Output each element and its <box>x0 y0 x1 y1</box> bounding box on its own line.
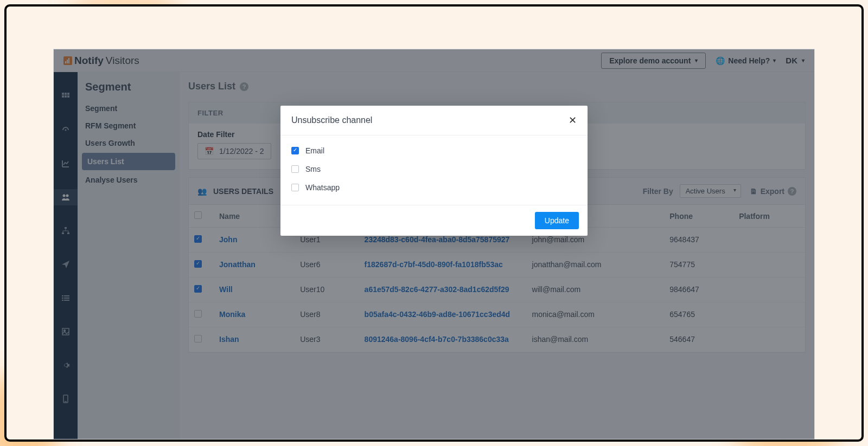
channel-option[interactable]: Whatsapp <box>291 183 577 192</box>
option-checkbox[interactable] <box>291 165 299 173</box>
channel-option[interactable]: Email <box>291 146 577 155</box>
update-label: Update <box>545 216 569 225</box>
update-button[interactable]: Update <box>535 212 579 229</box>
option-checkbox[interactable] <box>291 184 299 191</box>
option-label: Email <box>305 146 324 155</box>
close-button[interactable]: ✕ <box>569 114 577 126</box>
unsubscribe-modal: Unsubscribe channel ✕ EmailSmsWhatsapp U… <box>280 106 588 236</box>
channel-option[interactable]: Sms <box>291 165 577 173</box>
option-checkbox[interactable] <box>291 147 299 154</box>
app-window: NotifyVisitors Explore demo account ▾ 🌐 … <box>53 49 815 439</box>
option-label: Whatsapp <box>305 183 340 192</box>
option-label: Sms <box>305 165 321 173</box>
modal-title: Unsubscribe channel <box>291 115 372 125</box>
